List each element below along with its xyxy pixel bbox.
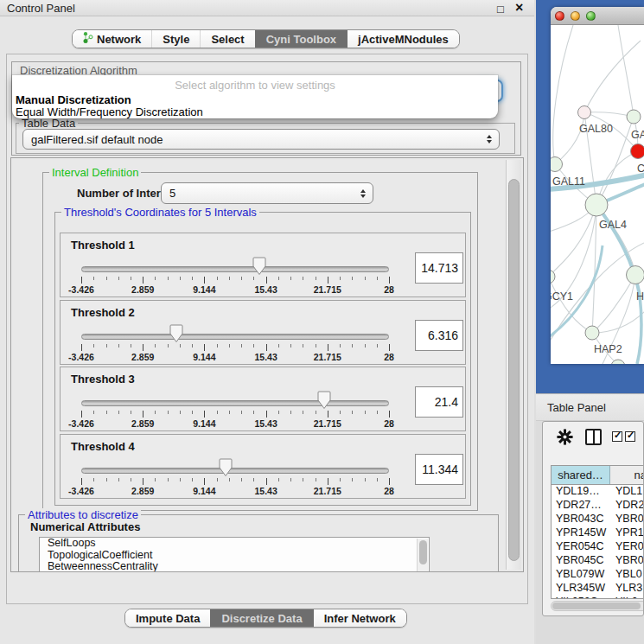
slider-tick <box>229 277 230 280</box>
cell-shared-name[interactable]: YBR045C <box>552 554 610 568</box>
threshold-slider-handle[interactable] <box>317 391 331 410</box>
table-row[interactable]: YBR043CYBR0 <box>552 513 644 526</box>
slider-tick <box>389 478 390 485</box>
tab-select[interactable]: Select <box>200 30 254 48</box>
threshold-value-field[interactable]: 21.4 <box>415 386 463 418</box>
table-row[interactable]: YBR045CYBR0 <box>552 554 644 568</box>
cell-name[interactable]: YBL0 <box>610 568 644 582</box>
table-row[interactable]: YIL052CYIL0 <box>552 596 644 599</box>
threshold-slider-handle[interactable] <box>252 257 266 276</box>
cell-name[interactable]: YBR0 <box>610 513 644 526</box>
slider-tick-label: 21.715 <box>314 284 341 295</box>
network-node[interactable] <box>585 194 608 216</box>
network-node[interactable] <box>551 157 563 172</box>
checkbox-checked-icon[interactable]: ✓ <box>612 431 622 442</box>
table-row[interactable]: YBL079WYBL0 <box>552 568 644 582</box>
minimize-traffic-light-icon[interactable] <box>571 11 580 21</box>
cell-shared-name[interactable]: YDR27… <box>552 499 610 513</box>
table-horizontal-scrollbar[interactable] <box>551 601 644 611</box>
float-window-icon[interactable]: □ <box>497 3 504 16</box>
column-header-shared-name[interactable]: shared… <box>552 466 610 484</box>
algorithm-option-manual-discretization[interactable]: Manual Discretization <box>16 93 494 106</box>
cell-name[interactable]: YIL0 <box>610 596 644 599</box>
attribute-item-topologicalcoefficient[interactable]: TopologicalCoefficient <box>40 550 429 562</box>
bottom-tab-discretize-data[interactable]: Discretize Data <box>210 609 312 627</box>
network-node[interactable] <box>627 110 641 124</box>
tab-cyni-toolbox[interactable]: Cyni Toolbox <box>255 30 347 48</box>
checkbox-checked-icon[interactable]: ✓ <box>625 431 635 442</box>
cell-name[interactable]: YDR2 <box>610 499 644 513</box>
attribute-item-betweennesscentrality[interactable]: BetweennessCentrality <box>40 561 429 572</box>
network-node[interactable] <box>578 106 591 119</box>
slider-tick-label: 9.144 <box>193 486 215 496</box>
slider-tick <box>192 411 193 414</box>
cell-shared-name[interactable]: YBL079W <box>552 568 610 582</box>
cell-name[interactable]: YBR0 <box>610 554 644 568</box>
network-canvas[interactable]: GAL80GACGAL11GAL4GCY1HHAP2 <box>551 25 644 364</box>
cell-shared-name[interactable]: YDL19… <box>552 485 610 499</box>
slider-tick <box>81 478 82 485</box>
network-node[interactable] <box>585 326 599 340</box>
table-row[interactable]: YDR27…YDR2 <box>552 499 644 513</box>
threshold-slider-track[interactable] <box>81 266 389 272</box>
number-of-intervals-combo[interactable]: 5 <box>161 182 373 204</box>
network-node-label: GCY1 <box>551 290 573 303</box>
cell-shared-name[interactable]: YPR145W <box>552 526 610 540</box>
cell-shared-name[interactable]: YBR043C <box>552 513 610 526</box>
table-data-combo[interactable]: galFiltered.sif default node <box>22 129 500 150</box>
threshold-value-field[interactable]: 14.713 <box>415 252 463 284</box>
algorithm-option-equal-width-frequency-discretization[interactable]: Equal Width/Frequency Discretization <box>16 105 494 118</box>
cell-name[interactable]: YDL1 <box>610 485 644 499</box>
scrollbar-thumb[interactable] <box>419 540 427 564</box>
cell-name[interactable]: YLR3 <box>610 582 644 596</box>
settings-scrollpane: Interval Definition Number of Intervals … <box>10 157 524 572</box>
node-attribute-table: shared…na YDL19…YDL1YDR27…YDR2YBR043CYBR… <box>551 465 644 599</box>
cell-name[interactable]: YPR1 <box>610 526 644 540</box>
cell-shared-name[interactable]: YLR345W <box>552 582 610 596</box>
scrollbar-thumb[interactable] <box>508 179 520 561</box>
threshold-slider-handle[interactable] <box>169 324 183 343</box>
attribute-item-selfloops[interactable]: SelfLoops <box>40 538 429 550</box>
slider-tick <box>155 478 156 481</box>
cell-shared-name[interactable]: YER054C <box>552 540 610 554</box>
table-row[interactable]: YER054CYER0 <box>552 540 644 554</box>
network-node[interactable] <box>631 144 644 159</box>
threshold-slider-track[interactable] <box>81 334 389 340</box>
table-row[interactable]: YDL19…YDL1 <box>552 485 644 499</box>
slider-tick <box>131 277 131 280</box>
bottom-tab-impute-data[interactable]: Impute Data <box>125 609 210 627</box>
threshold-slider-track[interactable] <box>81 468 389 474</box>
slider-tick <box>352 478 353 481</box>
tab-jactivemnodules[interactable]: jActiveMNodules <box>347 30 459 48</box>
bottom-tab-infer-network[interactable]: Infer Network <box>313 609 406 627</box>
tab-label: jActiveMNodules <box>358 33 449 46</box>
threshold-value-field[interactable]: 6.316 <box>415 320 463 351</box>
column-header-name[interactable]: na <box>610 466 644 484</box>
table-row[interactable]: YPR145WYPR1 <box>552 526 644 540</box>
tab-style[interactable]: Style <box>151 30 200 48</box>
slider-tick-label: 28 <box>384 418 394 429</box>
threshold-slider-track[interactable] <box>81 400 389 406</box>
tab-network[interactable]: Network <box>73 30 151 48</box>
settings-scrollbar[interactable] <box>506 160 521 570</box>
threshold-slider-handle[interactable] <box>219 458 233 477</box>
scrollbar-thumb[interactable] <box>552 603 641 609</box>
table-row[interactable]: YLR345WYLR3 <box>552 582 644 596</box>
gear-icon[interactable] <box>557 429 573 448</box>
threshold-value-field[interactable]: 11.344 <box>415 454 463 485</box>
close-traffic-light-icon[interactable] <box>555 11 564 21</box>
slider-tick-label: 2.859 <box>131 352 154 362</box>
slider-tick <box>93 344 94 348</box>
numerical-attributes-list[interactable]: SelfLoopsTopologicalCoefficientBetweenne… <box>39 537 430 572</box>
zoom-traffic-light-icon[interactable] <box>586 11 596 21</box>
slider-tick <box>81 411 82 418</box>
threshold-panel-3: Threshold 3-3.4262.8599.14415.4321.71528… <box>60 367 466 431</box>
attributes-list-scrollbar[interactable] <box>417 539 428 572</box>
network-window-titlebar <box>551 7 644 25</box>
bottom-tab-bar: Impute DataDiscretize DataInfer Network <box>124 609 407 628</box>
columns-icon[interactable] <box>585 429 602 445</box>
close-icon[interactable]: × <box>515 0 523 16</box>
cell-shared-name[interactable]: YIL052C <box>552 596 610 599</box>
network-node[interactable] <box>627 266 644 284</box>
cell-name[interactable]: YER0 <box>610 540 644 554</box>
